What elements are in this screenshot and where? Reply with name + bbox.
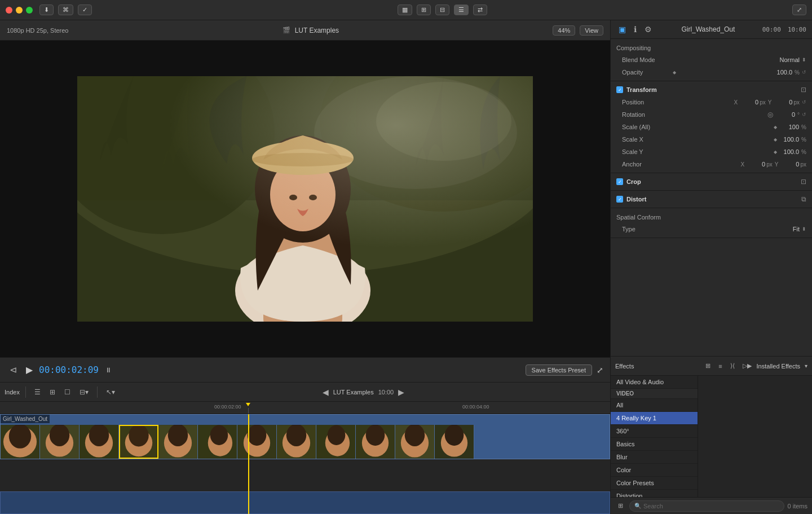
effects-preview-area [698,376,812,497]
anchor-x-value[interactable]: 0 [745,161,765,168]
clip-label: Girl_Washed_Out [1,415,50,423]
key-button[interactable]: ⌘ [58,5,73,15]
nav-next-button[interactable]: ▶ [398,388,404,397]
ruler-line-playhead [248,408,249,414]
traffic-lights [6,7,33,14]
distort-header[interactable]: ✓ Distort ⧉ [611,193,812,205]
effects-content: All Video & Audio VIDEO All 4 Really Key… [611,376,812,497]
effects-title: Effects [615,363,700,370]
opacity-value[interactable]: 100.0 [678,69,792,76]
layout-btn-3[interactable]: ⊟ [435,5,449,15]
blend-mode-row: Blend Mode Normal ⬍ [611,54,812,66]
play-button[interactable]: ▶ [23,363,36,376]
position-row: Position X 0 px Y 0 px ↺ [611,96,812,108]
zoom-timeline-btn[interactable]: ⊞ [47,387,58,397]
layout-btn-5[interactable]: ⇄ [473,5,487,15]
svg-rect-28 [80,425,118,458]
effects-item-distortion[interactable]: Distortion [611,490,698,497]
window-manage-button[interactable]: ⤢ [792,5,806,15]
more-options-btn[interactable]: ⊟▾ [77,387,91,397]
toggle-video-btn[interactable]: ☰ [32,387,43,397]
effects-view-btn-2[interactable]: ≡ [716,362,725,371]
effects-view-btn-4[interactable]: ▷▶ [740,361,754,371]
inspector-settings-tab[interactable]: ⚙ [642,24,654,35]
transform-header[interactable]: ✓ Transform ⊡ [611,84,812,96]
layout-btn-4[interactable]: ☰ [454,5,469,15]
scale-x-value[interactable]: 100.0 [779,136,799,143]
inspector-info-tab[interactable]: ℹ [632,24,639,35]
distort-label: Distort [626,196,801,203]
timeline-tracks: Girl_Washed_Out [0,414,610,514]
close-button[interactable] [6,7,12,14]
thumb-10 [356,425,395,459]
scale-x-unit: % [801,137,806,143]
scale-y-label: Scale Y [622,148,673,155]
thumb-12 [435,425,474,459]
blend-mode-value[interactable]: Normal [673,56,800,63]
anchor-x-unit: px [766,161,773,168]
effects-item-basics[interactable]: Basics [611,438,698,451]
transform-checkbox[interactable]: ✓ [616,86,623,93]
effects-bottom: ⊞ 🔍 0 items [611,497,812,514]
blend-mode-value-group: Normal ⬍ [673,56,806,63]
download-button[interactable]: ⬇ [39,5,54,15]
clip-icon: 🎬 [283,27,290,34]
effects-item-color[interactable]: Color [611,464,698,477]
anchor-y-unit: px [800,161,806,168]
layout-btn-2[interactable]: ⊞ [417,5,431,15]
inspector-title: Girl_Washed_Out [657,25,759,33]
scale-all-value-group: ◆ 100 % [673,124,806,130]
inspector-video-tab[interactable]: ▣ [616,24,628,35]
pos-x-value[interactable]: 0 [739,99,758,106]
installed-effects-dropdown[interactable]: ▾ [805,363,807,369]
effects-view-btn-1[interactable]: ⊞ [703,361,713,371]
fullscreen-button[interactable]: ⤢ [597,366,603,375]
view-button[interactable]: View [580,25,603,36]
thumb-5 [158,425,198,459]
minimize-button[interactable] [16,7,23,14]
rotation-value[interactable]: 0 [775,111,795,118]
svg-rect-32 [120,426,157,458]
effects-view-btn-3[interactable]: ⟩⟨ [727,361,738,371]
effects-item-color-presets[interactable]: Color Presets [611,477,698,490]
anchor-y-value[interactable]: 0 [779,161,799,168]
save-effects-button[interactable]: Save Effects Preset [526,364,592,376]
effects-add-btn[interactable]: ⊞ [615,501,626,511]
position-reset: ↺ [802,99,806,105]
installed-effects-label: Installed Effects [757,363,800,370]
crop-checkbox[interactable]: ✓ [616,178,623,185]
scale-y-value[interactable]: 100.0 [779,148,799,155]
pos-y-value[interactable]: 0 [773,99,792,106]
video-clip[interactable]: Girl_Washed_Out [0,414,610,459]
crop-header[interactable]: ✓ Crop ⊡ [611,175,812,188]
distort-checkbox[interactable]: ✓ [616,196,623,203]
layout-btn-1[interactable]: ▦ [398,5,412,15]
effects-item-blur[interactable]: Blur [611,451,698,464]
ruler-mark-04: 00:00:04:00 [462,404,489,410]
compositing-section: Compositing Blend Mode Normal ⬍ Opacity … [611,39,812,81]
svg-rect-48 [277,425,316,458]
clip-appearance-btn[interactable]: ☐ [61,387,73,397]
effects-item-all[interactable]: All [611,399,698,412]
scale-all-value[interactable]: 100 [779,124,799,130]
pause-button[interactable]: ⏸ [102,365,114,375]
position-value-group: X 0 px Y 0 px ↺ [673,99,806,106]
check-button[interactable]: ✓ [78,5,92,15]
distort-section: ✓ Distort ⧉ [611,191,812,208]
select-tool-btn[interactable]: ↖▾ [103,387,118,397]
effects-item-360[interactable]: 360° [611,425,698,438]
zoom-button[interactable]: 44% [553,25,575,36]
pos-y-unit: px [793,99,800,106]
step-back-button[interactable]: ⊲ [7,363,20,376]
maximize-button[interactable] [26,7,33,14]
effects-item-4really[interactable]: 4 Really Key 1 [611,412,698,425]
search-input[interactable] [643,503,779,509]
blend-mode-label: Blend Mode [622,56,673,63]
type-value[interactable]: Fit [673,226,800,232]
compositing-header: Compositing [611,41,812,54]
effects-item-all-video-audio[interactable]: All Video & Audio [611,376,698,389]
type-row: Type Fit ⬍ [611,223,812,235]
thumb-6 [198,425,237,459]
svg-rect-60 [395,425,434,458]
nav-prev-button[interactable]: ◀ [323,388,329,397]
